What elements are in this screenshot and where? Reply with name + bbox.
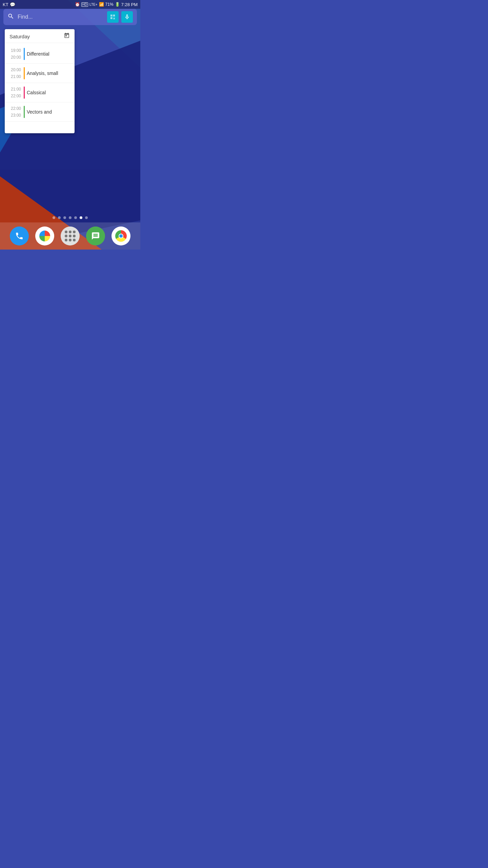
apps-dot <box>73 239 76 241</box>
event-end-time: 21:00 <box>11 74 21 80</box>
event-end-time: 23:00 <box>11 112 21 118</box>
apps-dot <box>69 239 72 241</box>
page-dot-3 <box>63 216 66 219</box>
event-start-time: 21:00 <box>11 86 21 92</box>
event-title: Analysis, small <box>27 66 75 81</box>
chrome-circle <box>115 230 127 242</box>
dock <box>0 222 140 250</box>
search-icon <box>7 13 14 21</box>
hd-label: HD <box>81 2 88 7</box>
battery-icon: 🔋 <box>115 2 120 7</box>
camera-pinwheel <box>39 231 50 241</box>
message-icon: 💬 <box>10 2 15 7</box>
event-item[interactable]: 19:00 20:00 Differential <box>5 44 75 64</box>
search-bar[interactable]: Find... <box>3 9 137 25</box>
apps-dot <box>65 235 67 237</box>
calendar-header: Saturday <box>5 29 75 43</box>
signal-icon: 📶 <box>99 2 104 7</box>
battery-label: 71% <box>105 2 114 7</box>
dock-chrome-icon[interactable] <box>111 226 130 245</box>
event-title: Vectors and <box>27 104 75 119</box>
event-color-bar <box>24 106 25 118</box>
event-color-bar <box>24 86 25 99</box>
event-item[interactable]: 21:00 22:00 Calssical <box>5 83 75 102</box>
microphone-button[interactable] <box>121 11 133 23</box>
calendar-icon <box>64 33 70 40</box>
event-time: 19:00 20:00 <box>5 46 24 61</box>
event-end-time: 22:00 <box>11 93 21 99</box>
status-left: KT 💬 <box>3 2 15 7</box>
event-item[interactable]: 22:00 23:00 Vectors and <box>5 102 75 122</box>
dock-phone-icon[interactable] <box>10 226 29 245</box>
search-actions <box>107 11 133 23</box>
status-right: ⏰ HD LTE+ 📶 71% 🔋 7:28 PM <box>75 2 138 7</box>
event-title: Calssical <box>27 85 75 100</box>
event-time: 22:00 23:00 <box>5 104 24 119</box>
page-dot-1 <box>53 216 55 219</box>
calendar-day-label: Saturday <box>9 34 30 39</box>
event-item[interactable]: 20:00 21:00 Analysis, small <box>5 64 75 83</box>
apps-grid <box>65 231 76 241</box>
event-list: 19:00 20:00 Differential 20:00 21:00 Ana… <box>5 43 75 133</box>
search-placeholder: Find... <box>18 14 107 20</box>
event-time: 20:00 21:00 <box>5 66 24 81</box>
lte-label: LTE+ <box>89 3 97 6</box>
apps-dot <box>65 231 67 233</box>
calendar-widget[interactable]: Saturday 19:00 20:00 Differential 20:00 … <box>5 29 75 133</box>
apps-dot <box>69 231 72 233</box>
page-dots <box>0 216 140 219</box>
event-start-time: 22:00 <box>11 105 21 112</box>
event-title: Differential <box>27 46 75 61</box>
time-label: 7:28 PM <box>121 2 138 7</box>
alarm-icon: ⏰ <box>75 2 80 7</box>
event-start-time: 20:00 <box>11 67 21 73</box>
event-start-time: 19:00 <box>11 47 21 54</box>
page-dot-2 <box>58 216 61 219</box>
page-dot-6-active <box>80 216 82 219</box>
apps-dot <box>69 235 72 237</box>
event-color-bar <box>24 48 25 60</box>
page-dot-5 <box>74 216 77 219</box>
event-time: 21:00 22:00 <box>5 85 24 100</box>
carrier-label: KT <box>3 2 8 7</box>
empty-space <box>5 122 75 132</box>
dock-apps-icon[interactable] <box>61 226 80 245</box>
dock-messages-icon[interactable] <box>86 226 105 245</box>
apps-dot <box>73 235 76 237</box>
event-end-time: 20:00 <box>11 54 21 60</box>
status-bar: KT 💬 ⏰ HD LTE+ 📶 71% 🔋 7:28 PM <box>0 0 140 9</box>
dock-camera-icon[interactable] <box>35 226 54 245</box>
apps-dot <box>73 231 76 233</box>
apps-dot <box>65 239 67 241</box>
event-color-bar <box>24 67 25 79</box>
page-dot-4 <box>69 216 72 219</box>
chrome-center <box>119 234 123 238</box>
page-dot-7 <box>85 216 88 219</box>
qr-scan-button[interactable] <box>107 11 119 23</box>
